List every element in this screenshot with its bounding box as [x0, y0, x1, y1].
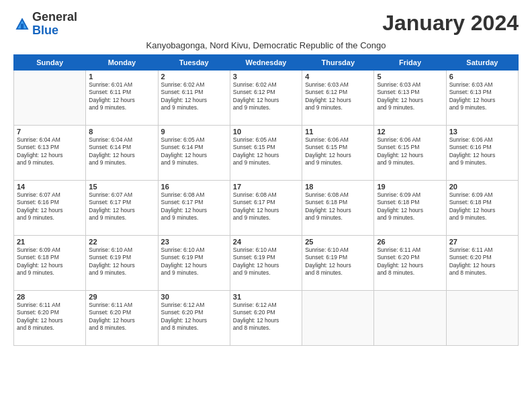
day-number: 21 [17, 238, 83, 246]
day-info: Sunrise: 6:08 AMSunset: 6:17 PMDaylight:… [161, 191, 227, 222]
day-number: 25 [305, 238, 371, 246]
day-info: Sunrise: 6:03 AMSunset: 6:13 PMDaylight:… [377, 81, 443, 112]
table-row: 17Sunrise: 6:08 AMSunset: 6:17 PMDayligh… [230, 180, 302, 235]
logo-general: General [32, 10, 77, 24]
day-info: Sunrise: 6:06 AMSunset: 6:16 PMDaylight:… [449, 136, 515, 167]
day-number: 10 [233, 128, 299, 136]
month-title: January 2024 [382, 11, 519, 36]
day-number: 17 [233, 183, 299, 191]
table-row: 31Sunrise: 6:12 AMSunset: 6:20 PMDayligh… [230, 290, 302, 345]
location: Kanyobagonga, Nord Kivu, Democratic Repu… [13, 40, 519, 50]
day-number: 22 [89, 238, 154, 246]
col-wednesday: Wednesday [230, 54, 302, 70]
calendar-week-row: 7Sunrise: 6:04 AMSunset: 6:13 PMDaylight… [14, 125, 519, 180]
page: General Blue January 2024 Kanyobagonga, … [0, 0, 532, 411]
table-row: 15Sunrise: 6:07 AMSunset: 6:17 PMDayligh… [86, 180, 158, 235]
day-info: Sunrise: 6:10 AMSunset: 6:19 PMDaylight:… [89, 246, 154, 277]
day-number: 4 [305, 73, 371, 81]
day-number: 3 [233, 73, 299, 81]
calendar-body: 1Sunrise: 6:01 AMSunset: 6:11 PMDaylight… [14, 70, 519, 345]
col-friday: Friday [374, 54, 446, 70]
table-row [14, 70, 86, 125]
table-row [446, 290, 518, 345]
calendar-week-row: 1Sunrise: 6:01 AMSunset: 6:11 PMDaylight… [14, 70, 519, 125]
table-row: 10Sunrise: 6:05 AMSunset: 6:15 PMDayligh… [230, 125, 302, 180]
day-info: Sunrise: 6:02 AMSunset: 6:12 PMDaylight:… [233, 81, 299, 112]
day-number: 19 [377, 183, 443, 191]
day-info: Sunrise: 6:11 AMSunset: 6:20 PMDaylight:… [449, 246, 515, 277]
day-info: Sunrise: 6:09 AMSunset: 6:18 PMDaylight:… [449, 191, 515, 222]
day-number: 1 [89, 73, 154, 81]
day-number: 28 [17, 293, 83, 301]
calendar-week-row: 14Sunrise: 6:07 AMSunset: 6:16 PMDayligh… [14, 180, 519, 235]
table-row: 16Sunrise: 6:08 AMSunset: 6:17 PMDayligh… [158, 180, 230, 235]
day-number: 27 [449, 238, 515, 246]
day-info: Sunrise: 6:12 AMSunset: 6:20 PMDaylight:… [161, 302, 227, 332]
calendar-header-row: Sunday Monday Tuesday Wednesday Thursday… [14, 54, 519, 70]
table-row: 4Sunrise: 6:03 AMSunset: 6:12 PMDaylight… [302, 70, 374, 125]
day-number: 6 [449, 73, 515, 81]
day-number: 23 [161, 238, 227, 246]
day-info: Sunrise: 6:11 AMSunset: 6:20 PMDaylight:… [17, 302, 83, 332]
table-row: 7Sunrise: 6:04 AMSunset: 6:13 PMDaylight… [14, 125, 86, 180]
svg-rect-2 [21, 24, 24, 30]
day-number: 8 [89, 128, 154, 136]
logo: General Blue [13, 11, 77, 38]
day-info: Sunrise: 6:01 AMSunset: 6:11 PMDaylight:… [89, 81, 154, 112]
table-row: 22Sunrise: 6:10 AMSunset: 6:19 PMDayligh… [86, 235, 158, 290]
table-row: 12Sunrise: 6:06 AMSunset: 6:15 PMDayligh… [374, 125, 446, 180]
table-row: 26Sunrise: 6:11 AMSunset: 6:20 PMDayligh… [374, 235, 446, 290]
table-row: 29Sunrise: 6:11 AMSunset: 6:20 PMDayligh… [86, 290, 158, 345]
table-row [302, 290, 374, 345]
table-row: 13Sunrise: 6:06 AMSunset: 6:16 PMDayligh… [446, 125, 518, 180]
calendar-week-row: 28Sunrise: 6:11 AMSunset: 6:20 PMDayligh… [14, 290, 519, 345]
day-info: Sunrise: 6:09 AMSunset: 6:18 PMDaylight:… [17, 246, 83, 277]
day-info: Sunrise: 6:07 AMSunset: 6:17 PMDaylight:… [89, 191, 154, 222]
day-number: 11 [305, 128, 371, 136]
day-info: Sunrise: 6:12 AMSunset: 6:20 PMDaylight:… [233, 302, 299, 332]
day-info: Sunrise: 6:06 AMSunset: 6:15 PMDaylight:… [377, 136, 443, 167]
table-row: 8Sunrise: 6:04 AMSunset: 6:14 PMDaylight… [86, 125, 158, 180]
day-number: 14 [17, 183, 83, 191]
calendar: Sunday Monday Tuesday Wednesday Thursday… [13, 54, 519, 346]
logo-icon [15, 17, 30, 32]
table-row: 28Sunrise: 6:11 AMSunset: 6:20 PMDayligh… [14, 290, 86, 345]
day-number: 18 [305, 183, 371, 191]
day-info: Sunrise: 6:10 AMSunset: 6:19 PMDaylight:… [161, 246, 227, 277]
day-info: Sunrise: 6:02 AMSunset: 6:11 PMDaylight:… [161, 81, 227, 112]
table-row: 3Sunrise: 6:02 AMSunset: 6:12 PMDaylight… [230, 70, 302, 125]
day-number: 30 [161, 293, 227, 301]
day-info: Sunrise: 6:04 AMSunset: 6:13 PMDaylight:… [17, 136, 83, 167]
col-monday: Monday [86, 54, 158, 70]
table-row: 14Sunrise: 6:07 AMSunset: 6:16 PMDayligh… [14, 180, 86, 235]
day-info: Sunrise: 6:10 AMSunset: 6:19 PMDaylight:… [305, 246, 371, 277]
logo-text: General Blue [32, 11, 77, 38]
header: General Blue January 2024 [13, 11, 519, 38]
day-info: Sunrise: 6:07 AMSunset: 6:16 PMDaylight:… [17, 191, 83, 222]
day-info: Sunrise: 6:03 AMSunset: 6:13 PMDaylight:… [449, 81, 515, 112]
day-number: 26 [377, 238, 443, 246]
day-info: Sunrise: 6:06 AMSunset: 6:15 PMDaylight:… [305, 136, 371, 167]
day-info: Sunrise: 6:11 AMSunset: 6:20 PMDaylight:… [377, 246, 443, 277]
day-info: Sunrise: 6:11 AMSunset: 6:20 PMDaylight:… [89, 302, 154, 332]
day-info: Sunrise: 6:05 AMSunset: 6:14 PMDaylight:… [161, 136, 227, 167]
table-row: 9Sunrise: 6:05 AMSunset: 6:14 PMDaylight… [158, 125, 230, 180]
table-row: 23Sunrise: 6:10 AMSunset: 6:19 PMDayligh… [158, 235, 230, 290]
day-number: 9 [161, 128, 227, 136]
day-number: 31 [233, 293, 299, 301]
logo-blue: Blue [32, 24, 58, 37]
day-info: Sunrise: 6:08 AMSunset: 6:18 PMDaylight:… [305, 191, 371, 222]
table-row: 2Sunrise: 6:02 AMSunset: 6:11 PMDaylight… [158, 70, 230, 125]
day-number: 7 [17, 128, 83, 136]
day-info: Sunrise: 6:08 AMSunset: 6:17 PMDaylight:… [233, 191, 299, 222]
table-row: 21Sunrise: 6:09 AMSunset: 6:18 PMDayligh… [14, 235, 86, 290]
day-number: 5 [377, 73, 443, 81]
table-row: 6Sunrise: 6:03 AMSunset: 6:13 PMDaylight… [446, 70, 518, 125]
col-saturday: Saturday [446, 54, 518, 70]
table-row: 5Sunrise: 6:03 AMSunset: 6:13 PMDaylight… [374, 70, 446, 125]
day-info: Sunrise: 6:09 AMSunset: 6:18 PMDaylight:… [377, 191, 443, 222]
table-row: 11Sunrise: 6:06 AMSunset: 6:15 PMDayligh… [302, 125, 374, 180]
table-row: 27Sunrise: 6:11 AMSunset: 6:20 PMDayligh… [446, 235, 518, 290]
table-row: 25Sunrise: 6:10 AMSunset: 6:19 PMDayligh… [302, 235, 374, 290]
day-number: 13 [449, 128, 515, 136]
